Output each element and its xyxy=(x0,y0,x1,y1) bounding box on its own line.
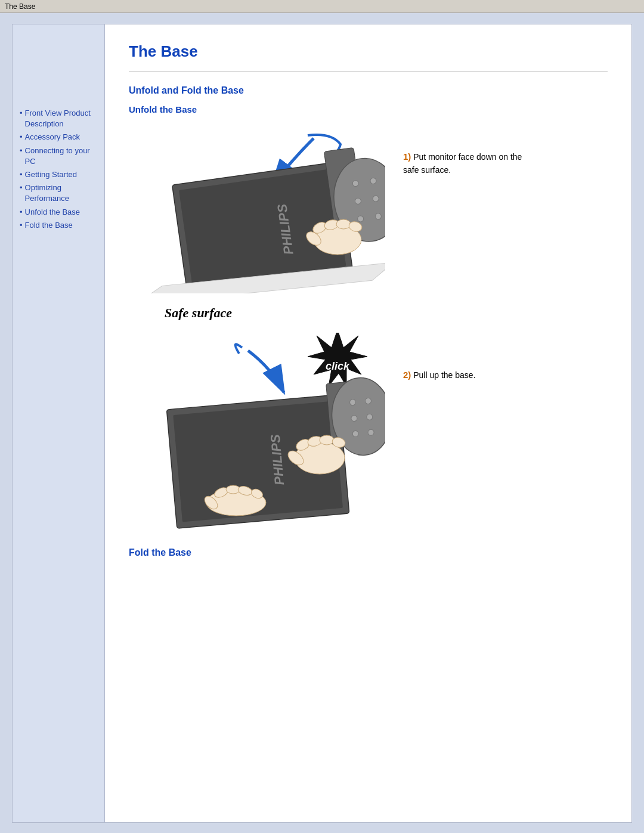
sidebar-item-connecting[interactable]: • Connecting to your PC xyxy=(20,145,97,167)
sub-heading: Unfold the Base xyxy=(129,104,608,114)
sidebar-link-accessory[interactable]: Accessory Pack xyxy=(25,132,80,143)
title-bar-text: The Base xyxy=(5,2,35,11)
sidebar-item-performance[interactable]: • Optimizing Performance xyxy=(20,182,97,204)
step1-number: 1) xyxy=(403,151,411,162)
svg-point-16 xyxy=(336,219,351,229)
step2-svg: click PHILIPS xyxy=(129,333,385,529)
svg-point-36 xyxy=(320,435,334,445)
svg-point-30 xyxy=(366,414,373,420)
bullet-performance: • xyxy=(20,182,23,204)
bullet-unfold: • xyxy=(20,207,23,218)
bullet-front-view: • xyxy=(20,108,23,129)
safe-surface-label: Safe surface xyxy=(165,305,608,321)
bullet-started: • xyxy=(20,169,23,180)
svg-point-27 xyxy=(349,399,356,405)
bullet-connecting: • xyxy=(20,145,23,167)
svg-point-32 xyxy=(368,429,374,436)
sidebar-link-unfold[interactable]: Unfold the Base xyxy=(25,207,80,218)
sidebar-item-getting-started[interactable]: • Getting Started xyxy=(20,169,97,180)
svg-point-31 xyxy=(352,431,359,437)
bullet-fold: • xyxy=(20,220,23,231)
fold-heading: Fold the Base xyxy=(129,547,608,558)
sidebar-link-front-view[interactable]: Front View Product Description xyxy=(25,108,97,129)
sidebar-item-unfold[interactable]: • Unfold the Base xyxy=(20,207,97,218)
sidebar-link-fold[interactable]: Fold the Base xyxy=(25,220,73,231)
page-title: The Base xyxy=(129,42,608,61)
sidebar-item-accessory[interactable]: • Accessory Pack xyxy=(20,132,97,143)
sidebar: • Front View Product Description • Acces… xyxy=(13,24,105,822)
sidebar-link-performance[interactable]: Optimizing Performance xyxy=(25,182,97,204)
step1-description: Put monitor face down on the safe surfac… xyxy=(403,152,522,175)
sidebar-item-fold[interactable]: • Fold the Base xyxy=(20,220,97,231)
svg-text:click: click xyxy=(326,360,350,372)
main-container: • Front View Product Description • Acces… xyxy=(12,24,632,823)
bullet-accessory: • xyxy=(20,132,23,143)
step1-svg: PHILIPS xyxy=(129,126,385,293)
step2-number: 2) xyxy=(403,370,411,380)
step2-text-block: 2) Pull up the base. xyxy=(403,368,476,382)
content-area: The Base Unfold and Fold the Base Unfold… xyxy=(105,24,631,822)
svg-point-29 xyxy=(351,415,358,422)
step2-description: Pull up the base. xyxy=(413,370,475,380)
divider xyxy=(129,72,608,72)
step1-text-block: 1) Put monitor face down on the safe sur… xyxy=(403,150,522,176)
step1-illustration-block: PHILIPS xyxy=(129,126,608,293)
sidebar-link-connecting[interactable]: Connecting to your PC xyxy=(25,145,97,167)
sidebar-item-front-view[interactable]: • Front View Product Description xyxy=(20,108,97,129)
step2-illustration-block: click PHILIPS xyxy=(129,333,608,529)
sidebar-link-getting-started[interactable]: Getting Started xyxy=(25,169,77,180)
section-heading: Unfold and Fold the Base xyxy=(129,85,608,96)
svg-point-28 xyxy=(365,398,371,404)
title-bar: The Base xyxy=(0,0,644,13)
